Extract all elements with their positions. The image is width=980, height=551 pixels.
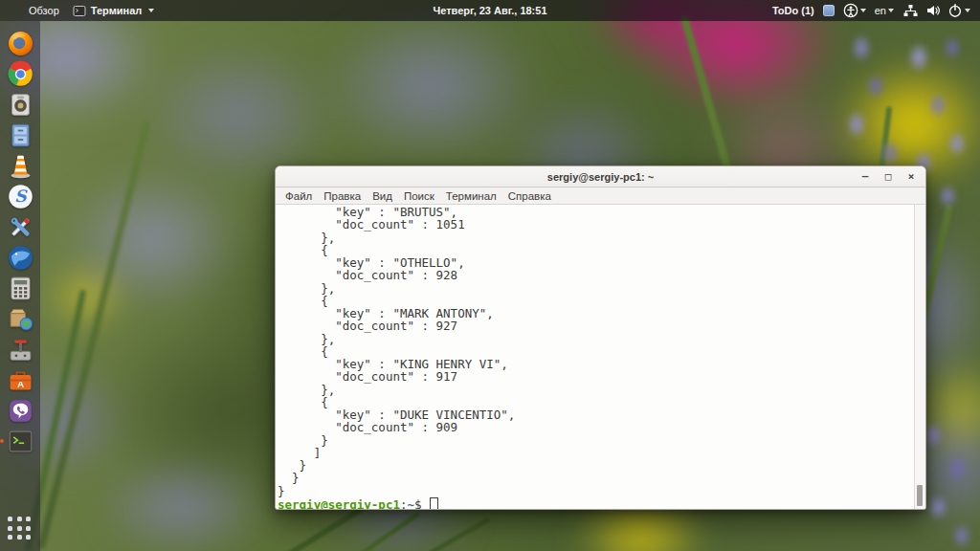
svg-text:A: A [16,379,23,389]
scrollbar-thumb[interactable] [917,485,923,506]
prompt-user-host: sergiy@sergiy-pc1 [278,497,400,510]
dock-item-tools[interactable] [6,212,34,241]
package-globe-icon [7,305,34,333]
terminal-output: "key" : "BRUTUS", "doc_count" : 1051 }, … [278,206,914,497]
keyboard-layout-menu[interactable]: en [875,5,894,16]
dock-item-app-store[interactable]: A [6,365,34,394]
vlc-icon [7,152,34,180]
menu-file[interactable]: Файл [279,190,318,202]
firefox-icon [7,30,34,57]
system-menu[interactable] [902,3,970,18]
top-bar: Обзор Терминал Четверг, 23 Авг., 18:51 T… [0,0,980,21]
tray-app-icon[interactable] [823,5,835,16]
terminal-app-icon [73,5,86,17]
chevron-down-icon [965,9,970,12]
menu-search[interactable]: Поиск [398,190,440,202]
dock-item-firefox[interactable] [6,29,34,57]
maximize-button[interactable]: □ [882,171,894,182]
menu-view[interactable]: Вид [367,190,398,202]
todo-indicator[interactable]: ToDo (1) [772,5,814,16]
svg-text:S: S [14,187,28,206]
chevron-down-icon [888,9,894,12]
dock-item-file-cabinet[interactable] [6,121,34,149]
file-cabinet-icon [7,121,34,149]
keyboard-layout-label: en [875,5,886,16]
skype-icon: S [7,183,34,210]
menu-edit[interactable]: Правка [318,190,367,202]
media-device-icon [7,91,34,119]
terminal-icon [7,428,34,455]
chevron-down-icon [860,9,866,12]
menu-help[interactable]: Справка [502,190,557,202]
chromium-icon [7,60,34,88]
running-indicator [0,439,4,443]
prompt-line: sergiy@sergiy-pc1:~$ [278,497,914,510]
power-icon [947,3,963,18]
minimize-button[interactable]: – [859,171,871,182]
dock-item-package-manager[interactable] [6,304,34,333]
app-store-icon: A [7,366,34,394]
app-menu-label: Терминал [91,5,143,16]
prompt-path: ~ [407,497,414,510]
volume-icon [925,3,941,18]
terminal-window: sergiy@sergiy-pc1: ~ – □ × Файл Правка В… [275,165,926,510]
dock-item-joystick[interactable] [6,335,34,364]
terminal-cursor [430,497,438,510]
dock-item-thunderbird[interactable] [6,243,34,272]
accessibility-menu[interactable] [843,3,866,18]
dock: S A [0,21,40,551]
show-applications-button[interactable] [6,515,34,543]
menu-terminal[interactable]: Терминал [440,190,502,202]
dock-item-viber[interactable] [6,396,34,425]
network-wired-icon [902,3,919,18]
dock-item-terminal[interactable] [6,427,34,455]
window-title: sergiy@sergiy-pc1: ~ [547,171,654,183]
menu-bar: Файл Правка Вид Поиск Терминал Справка [276,187,925,205]
thunderbird-icon [7,244,34,272]
prompt-dollar: $ [414,497,429,510]
joystick-icon [7,336,34,364]
terminal-content[interactable]: "key" : "BRUTUS", "doc_count" : 1051 }, … [276,205,925,509]
app-menu[interactable]: Терминал [73,5,155,17]
dock-item-chromium[interactable] [6,59,34,88]
chevron-down-icon [148,9,154,12]
viber-icon [7,397,34,425]
activities-button[interactable]: Обзор [29,5,59,16]
scrollbar-track[interactable] [914,205,925,509]
dock-item-media-device[interactable] [6,90,34,119]
close-button[interactable]: × [905,171,917,182]
dock-item-vlc[interactable] [6,151,34,180]
tools-icon [7,213,34,241]
window-titlebar[interactable]: sergiy@sergiy-pc1: ~ – □ × [276,166,925,187]
dock-item-calculator[interactable] [6,274,34,302]
dock-item-skype[interactable]: S [6,182,34,210]
desktop: Обзор Терминал Четверг, 23 Авг., 18:51 T… [0,0,980,551]
accessibility-icon [843,3,858,18]
calculator-icon [7,275,34,302]
